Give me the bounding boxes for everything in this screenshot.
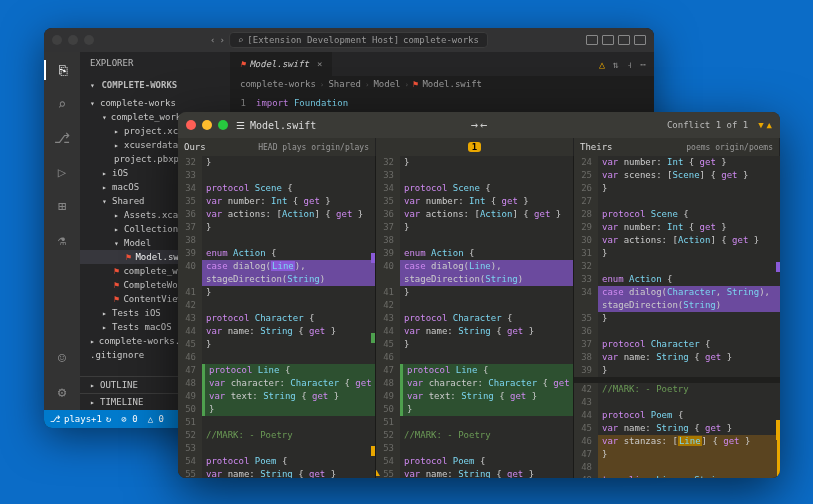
vscode-titlebar: ‹ › ⌕ [Extension Development Host] compl… [44,28,654,52]
explorer-icon[interactable]: ⎘ [44,60,80,80]
forward-icon[interactable]: › [220,35,225,45]
next-conflict-icon[interactable]: ▼ [758,120,763,130]
ours-header: Ours HEAD plays origin/plays [178,138,376,156]
title-project: complete-works [403,35,479,45]
merge-titlebar: ☰ Model.swift → ← Conflict 1 of 1 ▼ ▲ [178,112,780,138]
result-pane[interactable]: 32}3334protocol Scene {35 var number: In… [376,156,574,478]
merge-body: 32}3334protocol Scene {35 var number: In… [178,156,780,478]
explorer-title: EXPLORER [80,52,230,74]
document-icon: ☰ [236,120,245,131]
test-icon[interactable]: ⚗ [52,230,72,250]
theirs-pane[interactable]: 24 var number: Int { get }25 var scenes:… [574,156,780,478]
tab-label: Model.swift [249,59,309,69]
conflict-counter: Conflict 1 of 1 [667,120,748,130]
search-icon[interactable]: ⌕ [52,94,72,114]
merge-filename: Model.swift [250,120,316,131]
center-header: 1 [376,138,574,156]
tree-folder[interactable]: complete-works [80,96,230,110]
prev-conflict-icon[interactable]: ▲ [767,120,772,130]
scm-icon[interactable]: ⎇ [52,128,72,148]
ours-pane[interactable]: 32}3334protocol Scene {35 var number: In… [178,156,376,478]
split-icon[interactable]: ⫞ [627,59,632,70]
conflict-marker-icon [376,468,380,476]
status-errors[interactable]: ⊘ 0 [121,414,137,424]
search-icon: ⌕ [238,35,243,45]
close-icon[interactable]: × [317,59,322,69]
editor-tabs: ⚑ Model.swift × △ ⇅ ⫞ ⋯ [230,52,654,76]
extensions-icon[interactable]: ⊞ [52,196,72,216]
merge-subheader: Ours HEAD plays origin/plays 1 Theirs po… [178,138,780,156]
back-icon[interactable]: ‹ [210,35,215,45]
prev-arrow-icon[interactable]: ← [480,118,487,132]
breadcrumb[interactable]: complete-works› Shared› Model› ⚑ Model.s… [230,76,654,92]
gear-icon[interactable]: ⚙ [52,382,72,402]
next-arrow-icon[interactable]: → [471,118,478,132]
warning-icon[interactable]: △ [599,59,605,70]
merge-window: ☰ Model.swift → ← Conflict 1 of 1 ▼ ▲ Ou… [178,112,780,478]
status-branch[interactable]: ⎇plays+1 ↻ [50,414,111,424]
merge-window-controls[interactable] [186,120,228,130]
activity-bar: ⎘ ⌕ ⎇ ▷ ⊞ ⚗ ☺ ⚙ [44,52,80,410]
debug-icon[interactable]: ▷ [52,162,72,182]
title-prefix: [Extension Development Host] [247,35,399,45]
conflict-badge: 1 [468,142,481,152]
command-center[interactable]: ⌕ [Extension Development Host] complete-… [229,32,488,48]
more-icon[interactable]: ⋯ [640,59,646,70]
root-folder[interactable]: COMPLETE-WORKS [80,74,230,96]
status-warnings[interactable]: △ 0 [148,414,164,424]
compare-icon[interactable]: ⇅ [613,59,619,70]
tab-model-swift[interactable]: ⚑ Model.swift × [230,52,333,76]
window-controls[interactable] [52,35,94,45]
theirs-header: Theirs poems origin/poems [574,138,780,156]
merge-nav-arrows: → ← [471,118,487,132]
layout-controls[interactable] [586,35,646,45]
account-icon[interactable]: ☺ [52,348,72,368]
